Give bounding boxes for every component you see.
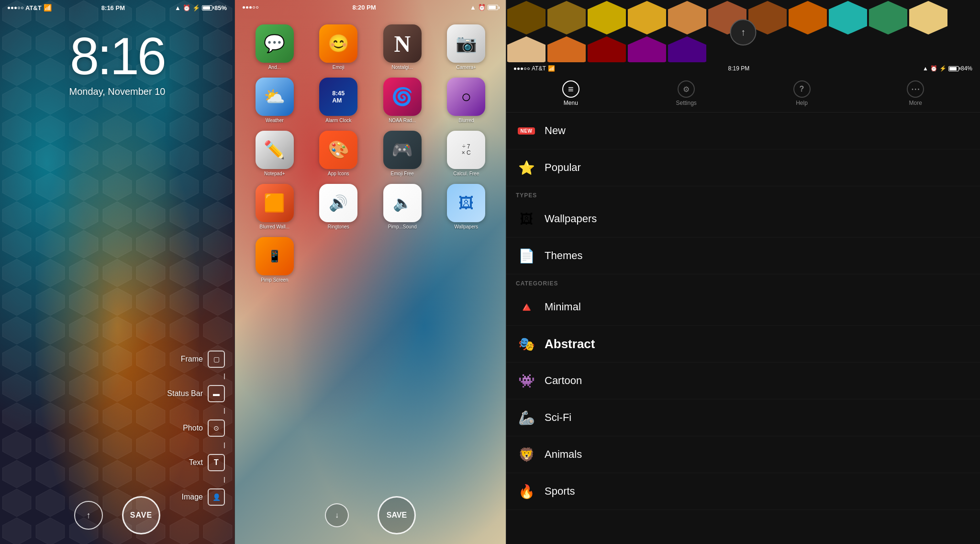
home-save-button[interactable]: SAVE xyxy=(378,496,416,534)
home-scroll-down-button[interactable]: ↓ xyxy=(325,503,349,527)
animals-label: Animals xyxy=(545,448,582,461)
app-emojifree[interactable]: 🎮 Emoji Free xyxy=(374,131,431,176)
minimal-label: Minimal xyxy=(545,301,581,313)
app-noaa[interactable]: 🌀 NOAA Rad... xyxy=(374,78,431,123)
nav-menu-item[interactable]: ≡ Menu xyxy=(562,80,579,106)
app-clock-icon: 8:45AM xyxy=(319,78,357,116)
menu-item-wallpapers[interactable]: 🖼 Wallpapers xyxy=(506,201,980,238)
categories-section-label: CATEGORIES xyxy=(506,274,980,289)
app-pimpsound-icon: 🔈 xyxy=(383,184,422,222)
location-icon: ▲ xyxy=(175,4,181,11)
text-icon: T xyxy=(208,454,225,471)
app-icons-grid: 💬 And... 😊 Emoji N Nostalgi... 📷 Camera+… xyxy=(235,17,506,290)
menu-alarm-icon: ⏰ xyxy=(930,65,937,72)
photo-control[interactable]: Photo ⊙ xyxy=(183,419,225,437)
app-appicons[interactable]: 🎨 App Icons xyxy=(311,131,367,176)
cartoon-icon: 👾 xyxy=(516,370,537,391)
app-nostalgia[interactable]: N Nostalgi... xyxy=(374,24,431,70)
app-weather[interactable]: ⛅ Weather xyxy=(246,78,303,123)
nav-settings-icon: ⚙ xyxy=(678,80,695,98)
frame-control[interactable]: Frame ▢ xyxy=(181,351,225,368)
themes-label: Themes xyxy=(545,249,582,262)
menu-panel: ↑ AT&T 📶 8:19 PM ▲ ⏰ ⚡ 84% xyxy=(506,0,980,544)
menu-item-abstract[interactable]: 🎭 Abstract xyxy=(506,326,980,363)
app-folder-label: Pimp Screen xyxy=(261,277,288,283)
nav-help-item[interactable]: ? Help xyxy=(793,80,811,106)
dot1 xyxy=(8,7,10,9)
nav-menu-label: Menu xyxy=(564,100,578,106)
cartoon-label: Cartoon xyxy=(545,374,582,387)
menu-item-scifi[interactable]: 🦾 Sci-Fi xyxy=(506,399,980,436)
app-appicons-label: App Icons xyxy=(328,171,349,176)
hex-3 xyxy=(588,1,626,34)
control-divider-3 xyxy=(224,442,225,448)
app-calcfree-label: Calcul. Free xyxy=(453,171,479,176)
menu-list: NEW New ⭐ Popular TYPES 🖼 Wallpapers 📄 T… xyxy=(506,113,980,544)
alarm-icon: ⏰ xyxy=(183,4,190,11)
hex-4 xyxy=(628,1,666,34)
hdot2 xyxy=(246,6,248,9)
lock-time: 8:16 xyxy=(0,30,234,82)
menu-header-up-button[interactable]: ↑ xyxy=(730,19,757,45)
app-wallpapers[interactable]: 🖼 Wallpapers xyxy=(438,184,495,229)
menu-item-themes[interactable]: 📄 Themes xyxy=(506,238,980,274)
abstract-icon: 🎭 xyxy=(516,333,537,354)
dot2 xyxy=(11,7,13,9)
abstract-label: Abstract xyxy=(545,337,595,351)
app-blurwall[interactable]: 🟧 Blurred Wall... xyxy=(246,184,303,229)
menu-item-new[interactable]: NEW New xyxy=(506,113,980,149)
nav-settings-item[interactable]: ⚙ Settings xyxy=(676,80,696,106)
menu-item-popular[interactable]: ⭐ Popular xyxy=(506,149,980,186)
status-bar-label: Status Bar xyxy=(167,389,203,398)
app-notepad[interactable]: ✏️ Notepad+ xyxy=(246,131,303,176)
home-down-arrow-icon: ↓ xyxy=(335,511,339,520)
app-ringtones[interactable]: 🔊 Ringtones xyxy=(311,184,367,229)
app-calcfree[interactable]: ÷ 7× C Calcul. Free xyxy=(438,131,495,176)
app-blurred[interactable]: ○ Blurred xyxy=(438,78,495,123)
app-emoji[interactable]: 😊 Emoji xyxy=(311,24,367,70)
app-folder-icon: 📱 xyxy=(256,237,294,275)
menu-item-minimal[interactable]: 🔺 Minimal xyxy=(506,289,980,326)
menu-status-time: 8:19 PM xyxy=(728,65,750,72)
menu-status-right: ▲ ⏰ ⚡ 84% xyxy=(923,65,972,72)
dot4 xyxy=(18,7,20,9)
lock-scroll-up-button[interactable]: ↑ xyxy=(74,501,103,530)
photo-icon: ⊙ xyxy=(208,419,225,437)
status-bar-control[interactable]: Status Bar ▬ xyxy=(167,385,225,402)
app-clock[interactable]: 8:45AM Alarm Clock xyxy=(311,78,367,123)
home-location-icon: ▲ xyxy=(470,4,476,11)
bluetooth-icon: ⚡ xyxy=(192,4,200,11)
hex-5 xyxy=(668,1,706,34)
hex-11 xyxy=(909,1,947,34)
app-nostalgia-label: Nostalgi... xyxy=(392,65,413,70)
lock-save-button[interactable]: SAVE xyxy=(122,496,160,534)
popular-label: Popular xyxy=(545,161,581,174)
lock-date: Monday, November 10 xyxy=(0,86,234,97)
mdot1 xyxy=(514,68,516,70)
menu-item-sports[interactable]: 🔥 Sports xyxy=(506,473,980,510)
nav-more-item[interactable]: • • • More xyxy=(907,80,924,106)
nav-settings-label: Settings xyxy=(676,100,696,106)
text-control[interactable]: Text T xyxy=(189,454,225,471)
hex-9 xyxy=(829,1,867,34)
app-noaa-label: NOAA Rad... xyxy=(389,118,416,123)
menu-signal-dots xyxy=(514,68,530,70)
lock-status-right: ▲ ⏰ ⚡ 85% xyxy=(175,4,227,11)
hex-8 xyxy=(789,1,827,34)
app-camera[interactable]: 📷 Camera+ xyxy=(438,24,495,70)
nav-more-icon: • • • xyxy=(907,80,924,98)
menu-item-animals[interactable]: 🦁 Animals xyxy=(506,436,980,473)
app-emoji-label: Emoji xyxy=(333,65,345,70)
app-messages[interactable]: 💬 And... xyxy=(246,24,303,70)
menu-item-cartoon[interactable]: 👾 Cartoon xyxy=(506,363,980,399)
lock-status-bar: AT&T 📶 8:16 PM ▲ ⏰ ⚡ 85% xyxy=(0,0,234,15)
themes-icon: 📄 xyxy=(516,245,537,266)
types-section-label: TYPES xyxy=(506,186,980,201)
hdot3 xyxy=(249,6,252,9)
app-pimpsound[interactable]: 🔈 Pimp...Sound xyxy=(374,184,431,229)
app-folder[interactable]: 📱 Pimp Screen xyxy=(246,237,303,283)
app-messages-icon: 💬 xyxy=(256,24,294,63)
menu-status-left: AT&T 📶 xyxy=(514,65,555,72)
app-nostalgia-icon: N xyxy=(383,24,422,63)
mdot5 xyxy=(527,68,530,70)
